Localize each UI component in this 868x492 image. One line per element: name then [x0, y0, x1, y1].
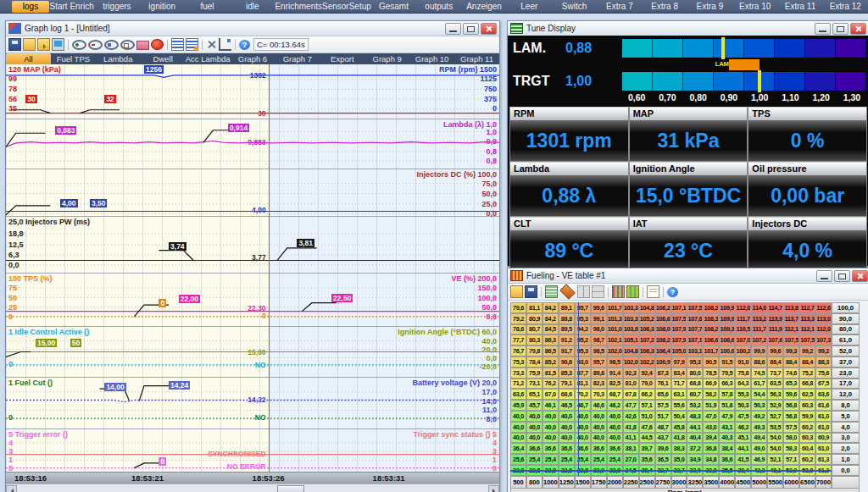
- ve-cell[interactable]: 109,3: [719, 324, 735, 335]
- ve-cell[interactable]: 49,3: [751, 422, 767, 433]
- ve-cell[interactable]: 107,5: [783, 334, 799, 346]
- ve-cell[interactable]: 61,0: [815, 422, 832, 433]
- ve-cell[interactable]: 40,0: [559, 422, 575, 433]
- ve-cell[interactable]: 81,0: [623, 379, 639, 390]
- ve-cell[interactable]: 67,5: [815, 379, 832, 390]
- ve-cell[interactable]: 113,3: [799, 313, 815, 324]
- ve-cell[interactable]: 54,0: [767, 443, 783, 454]
- ve-cell[interactable]: 57,5: [783, 422, 799, 433]
- ve-cell[interactable]: 52,1: [767, 454, 783, 465]
- help-icon[interactable]: [667, 287, 678, 297]
- ve-cell[interactable]: 25,4: [559, 454, 575, 465]
- ve-cell[interactable]: 77,7: [510, 334, 526, 346]
- ve-cell[interactable]: 40,0: [591, 433, 607, 444]
- ve-cell[interactable]: 54,4: [751, 389, 767, 400]
- ve-cell[interactable]: 100,9: [655, 357, 671, 368]
- ve-cell[interactable]: 80,0: [687, 368, 703, 379]
- ve-cell[interactable]: 90,5: [703, 357, 719, 368]
- ve-cell[interactable]: 40,0: [510, 422, 526, 433]
- ve-cell[interactable]: 65,1: [526, 389, 542, 400]
- ve-cell[interactable]: 101,7: [703, 346, 719, 357]
- ve-cell[interactable]: 57,1: [639, 400, 655, 411]
- ve-cell[interactable]: 71,7: [671, 379, 687, 390]
- ve-cell[interactable]: 111,9: [767, 324, 783, 335]
- ve-cell[interactable]: 107,5: [799, 334, 815, 346]
- ve-cell[interactable]: 87,3: [655, 368, 671, 379]
- ve-cell[interactable]: 84,2: [542, 313, 559, 324]
- ve-cell[interactable]: 44,1: [735, 443, 751, 454]
- ve-cell[interactable]: 99,6: [591, 302, 607, 313]
- ve-cell[interactable]: 107,5: [671, 313, 687, 324]
- ve-cell[interactable]: 102,0: [623, 357, 639, 368]
- ve-cell[interactable]: 66,8: [799, 379, 815, 390]
- menu-item-logs[interactable]: logs: [12, 1, 49, 13]
- ve-cell[interactable]: 36,6: [591, 443, 607, 454]
- ve-cell[interactable]: 47,0: [703, 411, 719, 422]
- ve-cell[interactable]: 91,0: [735, 357, 751, 368]
- ve-cell[interactable]: 43,1: [719, 422, 735, 433]
- ve-cell[interactable]: 112,7: [799, 302, 815, 313]
- ve-cell[interactable]: 46,5: [559, 400, 575, 411]
- ve-cell[interactable]: 58,3: [783, 443, 799, 454]
- minimize-button[interactable]: [445, 23, 461, 35]
- ve-cell[interactable]: 51,8: [719, 400, 735, 411]
- ve-cell[interactable]: 102,1: [607, 334, 623, 346]
- ve-cell[interactable]: 84,5: [542, 324, 559, 335]
- ve-cell[interactable]: 61,7: [751, 379, 767, 390]
- ve-cell[interactable]: 60,3: [799, 433, 815, 444]
- ve-cell[interactable]: 100,2: [735, 346, 751, 357]
- ve-cell[interactable]: 98,7: [591, 334, 607, 346]
- ve-cell[interactable]: 113,0: [815, 313, 832, 324]
- ve-cell[interactable]: 60,9: [815, 433, 832, 444]
- ve-cell[interactable]: 79,6: [510, 302, 526, 313]
- ve-cell[interactable]: 27,0: [623, 454, 639, 465]
- ve-cell[interactable]: 75,8: [735, 368, 751, 379]
- ve-cell[interactable]: 68,8: [687, 379, 703, 390]
- node-icon[interactable]: [219, 38, 231, 51]
- ve-cell[interactable]: 68,6: [559, 389, 575, 400]
- ve-cell[interactable]: 106,6: [703, 334, 719, 346]
- ve-cell[interactable]: 45,1: [735, 433, 751, 444]
- ve-cell[interactable]: 43,0: [703, 422, 719, 433]
- menu-item-anzeigen[interactable]: Anzeigen: [461, 1, 506, 13]
- menu-item-triggers[interactable]: triggers: [94, 1, 139, 13]
- ve-cell[interactable]: 76,7: [510, 346, 526, 357]
- ve-table-titlebar[interactable]: Fueling - VE table #1: [508, 268, 868, 284]
- ve-cell[interactable]: 88,3: [815, 357, 832, 368]
- ve-cell[interactable]: 38,1: [623, 443, 639, 454]
- ve-cell[interactable]: 50,3: [735, 400, 751, 411]
- ve-cell[interactable]: 106,6: [655, 313, 671, 324]
- ve-cell[interactable]: 112,6: [815, 302, 832, 313]
- ve-cell[interactable]: 107,9: [671, 334, 687, 346]
- ve-cell[interactable]: 46,2: [735, 422, 751, 433]
- ve-cell[interactable]: 46,2: [607, 400, 623, 411]
- ve-cell[interactable]: 109,9: [719, 313, 735, 324]
- ve-cell[interactable]: 59,9: [799, 411, 815, 422]
- tab-graph-11[interactable]: Graph 11: [454, 53, 499, 64]
- ve-cell[interactable]: 25,4: [542, 454, 559, 465]
- ve-cell[interactable]: 40,0: [559, 411, 575, 422]
- menu-item-sensorsetup[interactable]: SensorSetup: [322, 1, 371, 13]
- ve-cell[interactable]: 39,7: [639, 443, 655, 454]
- ve-cell[interactable]: 38,4: [719, 443, 735, 454]
- ve-cell[interactable]: 88,8: [559, 313, 575, 324]
- ve-cell[interactable]: 35,0: [671, 454, 687, 465]
- ve-cell[interactable]: 68,7: [607, 389, 623, 400]
- ve-cell[interactable]: 112,1: [783, 324, 799, 335]
- ve-cell[interactable]: 107,1: [687, 334, 703, 346]
- open-icon[interactable]: [23, 38, 36, 51]
- ve-cell[interactable]: 47,6: [639, 422, 655, 433]
- ve-cell[interactable]: 41,8: [623, 422, 639, 433]
- ve-cell[interactable]: 41,1: [623, 433, 639, 444]
- ve-cell[interactable]: 39,4: [703, 433, 719, 444]
- ve-cell[interactable]: 101,7: [607, 302, 623, 313]
- ve-cell[interactable]: 84,2: [542, 302, 559, 313]
- graph-plot-area[interactable]: 120 MAP (kPa)99785635RPM (rpm) 150011257…: [6, 64, 499, 472]
- ve-cell[interactable]: 107,1: [671, 302, 687, 313]
- ve-cell[interactable]: 58,0: [783, 433, 799, 444]
- ve-cell[interactable]: 63,6: [815, 389, 832, 400]
- ve-cell[interactable]: 70,3: [591, 389, 607, 400]
- ve-cell[interactable]: 36,5: [655, 454, 671, 465]
- ve-cell[interactable]: 34,9: [687, 454, 703, 465]
- ve-cell[interactable]: 46,9: [751, 454, 767, 465]
